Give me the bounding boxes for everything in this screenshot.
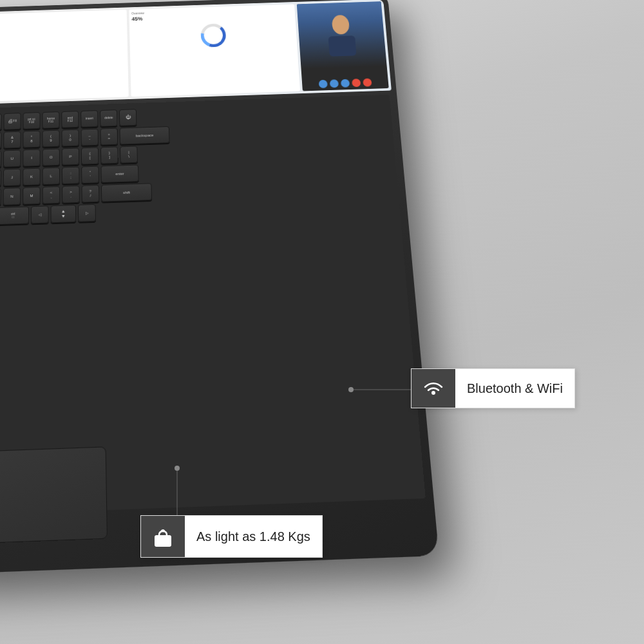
svg-point-3 (332, 15, 350, 35)
key-slash-question: ?/ (82, 185, 100, 203)
key-quote: "' (81, 166, 99, 184)
ctrl-btn-1 (319, 80, 328, 88)
key-arrow-left: ◁ (31, 205, 49, 223)
key-m: M (23, 187, 41, 205)
weight-icon-box (141, 516, 185, 557)
weight-annotation: As light as 1.48 Kgs (140, 515, 323, 558)
ctrl-btn-3 (341, 79, 350, 88)
key-printer: 🖨F8 (3, 113, 21, 130)
key-k: K (23, 168, 40, 185)
key-plus: += (100, 128, 118, 146)
key-brace-open: {[ (81, 147, 99, 165)
weight-label: As light as 1.48 Kgs (185, 524, 322, 549)
key-gt-period: >. (62, 185, 80, 204)
key-colon: :; (62, 167, 80, 184)
screen-panel-2: Overview 45% (129, 5, 300, 97)
scene: Overview 32% (0, 0, 644, 644)
svg-rect-4 (328, 35, 357, 56)
key-brightness-up: ☼F7 (0, 113, 2, 131)
key-y: Y (0, 151, 1, 168)
weight-icon (151, 525, 175, 548)
key-backspace: backspace (119, 126, 169, 145)
key-caret-6: ^6 (0, 132, 2, 149)
video-controls (302, 78, 389, 89)
wifi-icon (422, 378, 445, 399)
key-prtsc: prt scF10 (23, 112, 40, 129)
key-o: O (43, 149, 60, 166)
key-home: homeF11 (42, 111, 59, 129)
ctrl-btn-2 (330, 79, 339, 88)
key-minus: _- (80, 129, 99, 146)
key-paren-9: (9 (42, 130, 59, 147)
laptop-screen: Overview 32% (0, 0, 392, 105)
key-end: endF12 (61, 111, 79, 128)
video-person (297, 1, 387, 69)
key-paren-0: )0 (61, 129, 79, 147)
laptop: Overview 32% (0, 0, 439, 574)
key-delete: delete (100, 109, 117, 127)
key-amp-7: &7 (3, 131, 21, 149)
key-b: B (0, 188, 1, 206)
wifi-annotation: Bluetooth & WiFi (411, 368, 575, 408)
wifi-icon-box (412, 369, 455, 408)
key-star-8: *8 (23, 131, 40, 148)
svg-rect-9 (155, 535, 171, 547)
key-p: P (62, 148, 80, 166)
key-power: ⏻ (119, 109, 137, 126)
key-shift: shift (101, 183, 152, 202)
key-n: N (3, 187, 21, 205)
key-arrow-updown: ▲▼ (51, 205, 77, 223)
key-u: U (3, 150, 21, 167)
wifi-label: Bluetooth & WiFi (455, 376, 574, 401)
key-l: L (43, 167, 61, 185)
key-insert: insert (80, 110, 98, 128)
screen-video-panel (297, 1, 389, 91)
key-i: I (23, 149, 40, 167)
key-pipe: |\ (120, 146, 138, 164)
key-enter: enter (100, 165, 138, 183)
key-j: J (3, 169, 21, 186)
key-brace-close: }] (100, 147, 118, 164)
key-ctrl: ctrl□ (0, 206, 29, 225)
screen-panel-1: Overview 32% (0, 10, 129, 102)
ctrl-btn-5 (363, 79, 372, 87)
ctrl-btn-4 (352, 79, 361, 87)
key-h: H (0, 169, 1, 187)
trackpad[interactable] (0, 446, 108, 544)
key-arrow-right: ▷ (78, 204, 96, 222)
key-lt-comma: <, (43, 186, 61, 204)
